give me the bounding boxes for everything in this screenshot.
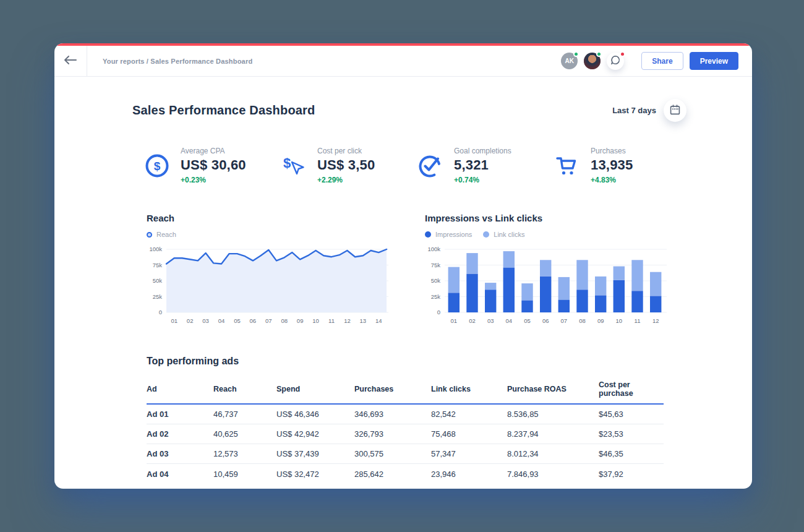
cart-icon: [554, 153, 580, 179]
notification-dot: [620, 51, 625, 57]
bar-link-clicks: [485, 283, 496, 290]
kpi-label: Goal completions: [454, 147, 511, 155]
kpi-delta: +2.29%: [317, 176, 375, 184]
y-axis-tick: 25k: [153, 293, 163, 300]
x-axis-tick: 09: [597, 317, 604, 324]
y-axis-tick: 50k: [431, 277, 441, 284]
table-cell: 300,575: [354, 449, 431, 458]
table-cell: 23,946: [431, 470, 507, 479]
bar-link-clicks: [558, 277, 570, 300]
x-axis-tick: 06: [250, 317, 257, 324]
table-cell: Ad 01: [147, 410, 213, 419]
bar-link-clicks: [466, 253, 477, 274]
avatar-photo[interactable]: [584, 53, 601, 69]
bar-link-clicks: [521, 283, 532, 301]
arrow-left-icon: [64, 55, 77, 67]
table-cell: Ad 03: [147, 449, 213, 458]
column-header: Purchase ROAS: [507, 385, 599, 393]
table-cell: 10,459: [213, 470, 276, 479]
kpi-cost-per-click: $ Cost per click US$ 3,50 +2.29%: [281, 147, 417, 184]
bar-link-clicks: [448, 267, 460, 293]
y-axis-tick: 0: [159, 309, 162, 315]
calendar-icon: [669, 104, 681, 118]
legend-item-reach: Reach: [147, 231, 176, 238]
dollar-cursor-icon: $: [281, 153, 307, 179]
kpi-label: Purchases: [591, 147, 633, 155]
table-cell: US$ 46,346: [276, 410, 354, 419]
chat-button[interactable]: [607, 53, 624, 70]
chart-title: Reach: [147, 213, 389, 223]
kpi-purchases: Purchases 13,935 +4.83%: [554, 147, 691, 184]
bar-impressions: [448, 293, 460, 312]
legend-dot-marker: [425, 231, 431, 238]
x-axis-tick: 11: [328, 317, 335, 324]
x-axis-tick: 10: [312, 317, 319, 324]
bar-link-clicks: [614, 267, 625, 280]
table-cell: 75,468: [431, 429, 507, 439]
x-axis-tick: 02: [469, 317, 476, 324]
legend-item-impressions: Impressions: [425, 231, 472, 238]
charts-row: Reach Reach 100k75k50k25k001020304050607…: [147, 213, 686, 328]
date-range-label[interactable]: Last 7 days: [612, 106, 656, 115]
x-axis-tick: 04: [218, 317, 225, 324]
table-cell: $37,92: [599, 470, 664, 479]
table-cell: Ad 04: [147, 470, 213, 479]
y-axis-tick: 100k: [427, 246, 440, 252]
table-cell: 8.012,34: [507, 449, 599, 458]
table-title: Top performing ads: [147, 356, 686, 367]
bar-impressions: [614, 280, 625, 312]
legend-ring-marker: [147, 232, 152, 238]
share-button[interactable]: Share: [641, 52, 683, 70]
table-row: Ad 0410,459US$ 32,472285,64223,9467.846,…: [147, 464, 664, 484]
table-cell: 326,793: [354, 429, 431, 439]
x-axis-tick: 14: [375, 317, 382, 324]
table-header-row: AdReachSpendPurchasesLink clicksPurchase…: [147, 380, 664, 405]
kpi-value: 13,935: [591, 157, 633, 173]
kpi-average-cpa: $ Average CPA US$ 30,60 +0.23%: [144, 147, 281, 184]
kpi-value: 5,321: [454, 157, 511, 173]
column-header: Link clicks: [431, 385, 507, 393]
x-axis-tick: 07: [561, 317, 568, 324]
kpi-delta: +0.23%: [181, 176, 246, 184]
table-row: Ad 0240,625US$ 42,942326,79375,4688.237,…: [147, 424, 664, 444]
bar-link-clicks: [595, 277, 606, 296]
x-axis-tick: 08: [281, 317, 288, 324]
x-axis-tick: 01: [171, 317, 177, 324]
chat-bubble-icon: [610, 54, 621, 67]
table-cell: Ad 02: [147, 429, 213, 439]
x-axis-tick: 03: [487, 317, 494, 324]
kpi-goal-completions: Goal completions 5,321 +0.74%: [417, 147, 554, 184]
x-axis-tick: 05: [524, 317, 531, 324]
bar-link-clicks: [650, 272, 661, 296]
x-axis-tick: 13: [360, 317, 367, 324]
avatar-initials[interactable]: AK: [561, 53, 578, 69]
kpi-value: US$ 3,50: [317, 157, 375, 173]
bar-impressions: [540, 277, 551, 312]
x-axis-tick: 10: [616, 317, 623, 324]
table-cell: US$ 42,942: [276, 429, 354, 439]
avatar-initials-label: AK: [565, 58, 574, 64]
bar-impressions: [521, 301, 532, 312]
dashboard-window: Your reports / Sales Performance Dashboa…: [54, 43, 752, 489]
x-axis-tick: 12: [344, 317, 351, 324]
table-cell: 46,737: [213, 410, 276, 419]
top-ads-table: AdReachSpendPurchasesLink clicksPurchase…: [147, 380, 664, 484]
legend-label: Link clicks: [494, 231, 524, 238]
svg-text:$: $: [154, 160, 161, 173]
table-cell: 346,693: [354, 410, 431, 419]
calendar-button[interactable]: [664, 99, 686, 122]
bar-link-clicks: [576, 260, 588, 290]
report-canvas: Sales Performance Dashboard Last 7 days …: [54, 77, 752, 484]
column-header: Cost per purchase: [599, 380, 664, 398]
reach-chart-panel: Reach Reach 100k75k50k25k001020304050607…: [147, 213, 389, 328]
table-row: Ad 0312,573US$ 37,439300,57557,3478.012,…: [147, 444, 664, 464]
breadcrumb[interactable]: Your reports / Sales Performance Dashboa…: [103, 58, 252, 65]
back-button[interactable]: [54, 46, 87, 76]
online-status-dot: [596, 51, 602, 57]
table-cell: $23,53: [599, 429, 664, 439]
date-range-group: Last 7 days: [612, 99, 686, 122]
preview-button[interactable]: Preview: [690, 52, 738, 70]
x-axis-tick: 07: [265, 317, 272, 324]
column-header: Reach: [213, 385, 276, 393]
legend-label: Reach: [156, 231, 176, 238]
